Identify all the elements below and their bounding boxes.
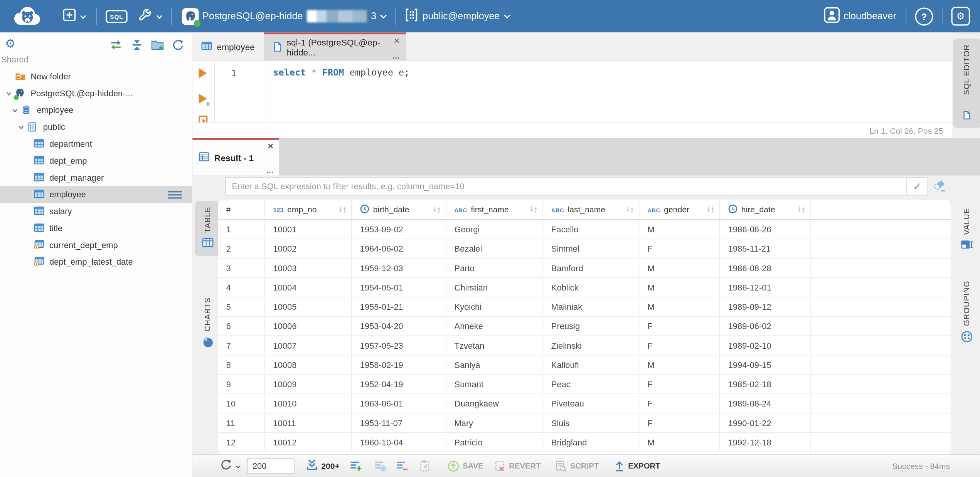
grid-cell[interactable]: F bbox=[639, 317, 720, 336]
grid-cell[interactable]: 1989-02-10 bbox=[720, 336, 811, 355]
tree-item-dept-manager[interactable]: dept_manager bbox=[0, 169, 192, 186]
grid-cell[interactable]: 1958-02-19 bbox=[352, 355, 446, 374]
sql-editor[interactable]: + 1 select * FROM employee e; bbox=[192, 61, 952, 123]
grid-cell[interactable]: Saniya bbox=[446, 355, 543, 374]
column-header-rownum[interactable]: # bbox=[218, 200, 265, 219]
sql-editor-button[interactable]: SQL bbox=[106, 10, 128, 23]
tab-menu-icon[interactable]: … bbox=[266, 167, 274, 174]
refresh-results-button[interactable] bbox=[220, 459, 241, 474]
grid-cell[interactable]: Preusig bbox=[543, 317, 640, 336]
duplicate-row-button[interactable] bbox=[374, 460, 387, 472]
grid-cell[interactable]: Georgi bbox=[446, 220, 543, 239]
row-number-cell[interactable]: 2 bbox=[218, 239, 265, 258]
new-connection-button[interactable] bbox=[62, 8, 86, 24]
grid-cell[interactable]: 1994-09-15 bbox=[720, 355, 811, 374]
row-number-cell[interactable]: 11 bbox=[218, 413, 265, 432]
row-number-cell[interactable]: 5 bbox=[218, 297, 265, 316]
grid-cell[interactable]: 1989-08-24 bbox=[720, 394, 811, 413]
grid-cell[interactable]: Parto bbox=[446, 259, 543, 277]
collapse-all-icon[interactable] bbox=[131, 39, 143, 54]
grid-cell[interactable]: 1953-09-02 bbox=[352, 220, 446, 239]
settings-button[interactable]: ⚙ bbox=[951, 7, 970, 26]
grid-cell[interactable]: M bbox=[639, 355, 720, 374]
grid-cell[interactable]: 1989-09-12 bbox=[720, 297, 811, 316]
help-button[interactable]: ? bbox=[915, 7, 933, 25]
row-number-cell[interactable]: 4 bbox=[218, 278, 265, 297]
table-row[interactable]: 11100111953-11-07MarySluisF1990-01-22 bbox=[218, 413, 951, 433]
close-icon[interactable]: ✕ bbox=[394, 37, 400, 45]
row-number-cell[interactable]: 9 bbox=[218, 375, 265, 394]
grid-cell[interactable]: Anneke bbox=[446, 317, 543, 336]
grid-cell[interactable]: M bbox=[639, 433, 720, 452]
grid-cell[interactable]: Chirstian bbox=[446, 278, 543, 297]
row-number-cell[interactable]: 6 bbox=[218, 317, 265, 336]
grid-cell[interactable]: 10008 bbox=[265, 355, 352, 374]
grid-cell[interactable]: F bbox=[639, 413, 720, 432]
grid-cell[interactable]: 1986-08-28 bbox=[720, 259, 811, 277]
grid-cell[interactable]: 1957-05-23 bbox=[352, 336, 446, 355]
grid-cell[interactable]: 10007 bbox=[265, 336, 352, 355]
apply-filter-button[interactable]: ✓ bbox=[906, 178, 928, 195]
row-number-cell[interactable]: 1 bbox=[218, 220, 265, 239]
table-row[interactable]: 3100031959-12-03PartoBamfordM1986-08-28 bbox=[218, 259, 951, 278]
sort-icon[interactable] bbox=[797, 205, 806, 213]
sort-icon[interactable] bbox=[706, 205, 715, 213]
sort-icon[interactable] bbox=[433, 205, 441, 213]
grid-cell[interactable]: Piveteau bbox=[543, 394, 640, 413]
save-button[interactable]: SAVE bbox=[448, 460, 483, 472]
grid-cell[interactable]: 1960-10-04 bbox=[352, 433, 446, 452]
table-row[interactable]: 6100061953-04-20AnnekePreusigF1989-06-02 bbox=[218, 317, 951, 336]
grid-cell[interactable]: 1954-05-01 bbox=[352, 278, 446, 297]
new-folder-icon[interactable] bbox=[151, 39, 165, 54]
grid-cell[interactable]: 1959-12-03 bbox=[352, 259, 446, 277]
grid-cell[interactable]: F bbox=[639, 375, 720, 394]
tab-grouping-panel[interactable]: GROUPING bbox=[953, 275, 980, 351]
grid-cell[interactable]: 1990-01-22 bbox=[720, 413, 811, 432]
column-header-last_name[interactable]: ABClast_name bbox=[543, 200, 640, 219]
grid-cell[interactable]: Koblick bbox=[543, 278, 640, 297]
item-actions-menu-icon[interactable] bbox=[168, 191, 182, 198]
clear-filter-icon[interactable] bbox=[933, 179, 948, 195]
revert-button[interactable]: REVERT bbox=[495, 460, 541, 472]
grid-cell[interactable]: 10006 bbox=[265, 317, 352, 336]
row-number-cell[interactable]: 10 bbox=[218, 394, 265, 413]
grid-cell[interactable]: Bezalel bbox=[446, 239, 543, 258]
driver-manager-button[interactable] bbox=[138, 7, 163, 25]
tab-value-panel[interactable]: VALUE bbox=[953, 202, 980, 258]
schema-selector[interactable]: public@employee bbox=[404, 7, 510, 25]
grid-cell[interactable]: 10003 bbox=[265, 259, 352, 277]
grid-cell[interactable]: 1953-11-07 bbox=[352, 413, 446, 432]
execute-query-icon[interactable] bbox=[199, 68, 207, 78]
column-header-birth_date[interactable]: birth_date bbox=[352, 200, 446, 219]
sort-icon[interactable] bbox=[529, 205, 538, 213]
tree-item-current-dept-emp[interactable]: current_dept_emp bbox=[0, 237, 192, 254]
table-row[interactable]: 8100081958-02-19SaniyaKalloufiM1994-09-1… bbox=[218, 355, 951, 375]
tree-item-postgresql-ep-hidden[interactable]: PostgreSQL@ep-hidden-... bbox=[0, 85, 192, 102]
grid-cell[interactable]: F bbox=[639, 336, 720, 355]
cloudbeaver-logo-icon[interactable] bbox=[11, 5, 41, 27]
column-header-first_name[interactable]: ABCfirst_name bbox=[446, 200, 543, 219]
grid-cell[interactable]: Sluis bbox=[543, 413, 640, 432]
table-row[interactable]: 1100011953-09-02GeorgiFacelloM1986-06-26 bbox=[218, 220, 951, 239]
grid-cell[interactable]: Zielinski bbox=[543, 336, 640, 355]
grid-cell[interactable]: Tzvetan bbox=[446, 336, 543, 355]
tree-item-dept-emp-latest-date[interactable]: dept_emp_latest_date bbox=[0, 254, 192, 270]
grid-cell[interactable]: Maliniak bbox=[543, 297, 640, 316]
grid-cell[interactable]: 1955-01-21 bbox=[352, 297, 446, 316]
tab-sql-1[interactable]: sql-1 (PostgreSQL@ep-hidde... ✕ … bbox=[264, 32, 406, 60]
sort-icon[interactable] bbox=[626, 205, 635, 213]
grid-cell[interactable]: Simmel bbox=[543, 239, 640, 258]
tree-item-employee[interactable]: employee bbox=[0, 102, 192, 119]
grid-cell[interactable]: Kalloufi bbox=[543, 355, 640, 374]
table-row[interactable]: 7100071957-05-23TzvetanZielinskiF1989-02… bbox=[218, 336, 951, 355]
close-icon[interactable]: ✕ bbox=[268, 143, 274, 150]
edit-value-button[interactable] bbox=[419, 460, 431, 472]
row-number-cell[interactable]: 8 bbox=[218, 355, 265, 374]
add-row-button[interactable] bbox=[350, 460, 363, 472]
expand-chevron-icon[interactable] bbox=[9, 107, 21, 113]
grid-cell[interactable]: 10005 bbox=[265, 297, 352, 316]
grid-cell[interactable]: Duangkaew bbox=[446, 394, 543, 413]
script-button[interactable]: SCRIPT bbox=[555, 460, 599, 472]
sidebar-settings-button[interactable]: ⚙ bbox=[5, 37, 16, 49]
grid-cell[interactable]: 10012 bbox=[265, 433, 352, 452]
